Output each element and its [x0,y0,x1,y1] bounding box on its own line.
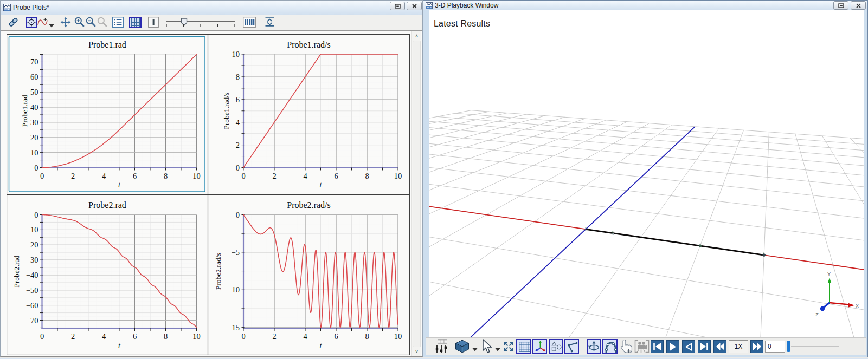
x-tick-label: 2 [71,332,75,341]
x-tick-label: 0 [40,172,44,180]
window-title: Probe Plots* [13,4,49,11]
skip-to-end-button[interactable] [698,340,711,353]
vertical-scrollbar[interactable]: ∧ ∨ [411,31,421,356]
view-cube-dropdown[interactable] [472,344,478,354]
grid-line [429,197,864,337]
grid-line [429,125,864,174]
add-curve-button[interactable] [37,17,49,30]
probe-plots-titlebar[interactable]: Probe Plots* [1,1,422,15]
x-tick-label: 10 [192,332,201,341]
y-tick-label: −10 [26,225,38,234]
y-axis-label: Probe2.rad/s [214,253,222,290]
geometry-button[interactable] [549,339,563,354]
probe-cursor-button[interactable] [148,17,159,30]
playback-titlebar[interactable]: 3-D Playback Window [423,1,867,10]
y-tick-label: −10 [227,285,240,294]
x-tick-label: 0 [241,332,245,341]
orbit-button[interactable] [587,339,601,354]
x-axis-line [429,168,864,315]
time-input[interactable]: 0 [765,341,785,353]
link-probes-icon[interactable] [8,17,18,29]
scene-3d: YXZ [429,10,864,337]
x-tick-label: 4 [102,172,106,180]
y-tick-label: 10 [30,148,38,157]
plot-Probe1.rad/s: 02468100246810Probe1.rad/stProbe1.rad/s [222,40,402,190]
fit-view-icon[interactable] [503,341,515,355]
trace-button[interactable] [602,339,618,354]
plot-title: Probe2.rad/s [287,200,330,210]
restore-button[interactable] [390,2,405,10]
speed-display: 1X [729,340,748,353]
x-axis-label: t [118,180,121,189]
x-tick-label: 8 [365,332,369,341]
pan-icon[interactable] [60,17,71,30]
fit-vertical-icon[interactable] [265,17,274,29]
time-slider[interactable] [163,17,239,31]
play-button[interactable] [666,340,679,353]
scroll-up-button[interactable]: ∧ [412,31,422,41]
display-settings-icon[interactable] [435,339,447,356]
probe-plots-window: Probe Plots* 0246810010203040506070Probe… [0,0,423,357]
fast-forward-button[interactable] [750,340,763,353]
x-tick-label: 0 [241,172,245,180]
strip-chart-button[interactable] [243,17,256,30]
axis-triad: YXZ [815,271,859,317]
skeleton-icon [567,342,578,353]
point-probe-button[interactable] [26,17,37,28]
scrollbar-thumb[interactable] [413,41,421,347]
grid-line [429,168,864,315]
axes-3d-button[interactable] [532,339,547,354]
x-tick-label: 2 [272,332,276,341]
maplesim-icon [426,2,433,9]
zoom-default-icon-disabled [97,16,108,30]
y-tick-label: 0 [236,211,240,219]
y-tick-label: 60 [30,73,38,81]
select-cursor-dropdown[interactable] [495,344,500,354]
select-cursor-icon[interactable] [480,339,492,356]
x-tick-label: 6 [334,332,338,341]
skip-to-start-button[interactable] [651,340,664,353]
grid-line [429,181,864,337]
x-tick-label: 10 [394,172,402,180]
y-tick-label: −40 [26,271,38,279]
geometry-icon [551,341,562,353]
plot-canvas-area: 0246810010203040506070Probe1.radtProbe1.… [1,31,422,356]
scrubber-handle[interactable] [787,341,790,352]
crosshair-icon [27,18,36,27]
x-tick-label: 0 [40,332,44,341]
y-tick-label: 0 [34,211,38,219]
legend-button[interactable] [112,17,124,30]
window-title: 3-D Playback Window [435,2,498,9]
playback-3d-viewport[interactable]: YXZ Latest Results [429,10,864,337]
scrubber-track[interactable] [791,346,839,347]
probe-plots-chart[interactable]: 0246810010203040506070Probe1.radtProbe1.… [7,34,410,355]
grid-line [429,122,627,337]
grid-line [429,113,507,277]
zoom-out-icon[interactable] [85,16,97,30]
close-button[interactable] [407,2,422,10]
insert-probe-icon[interactable] [620,339,633,356]
y-tick-label: 10 [232,50,240,58]
rewind-button[interactable] [713,340,726,353]
grid-3d-button[interactable] [516,339,531,354]
grid-line [429,148,864,241]
y-tick-label: 4 [236,118,240,127]
view-cube-icon[interactable] [455,340,470,355]
x-tick-label: 10 [192,172,201,180]
add-curve-dropdown[interactable] [49,21,54,30]
restore-button[interactable] [833,1,848,10]
plot-Probe2.rad/s: 02468100−5−10−15Probe2.rad/stProbe2.rad/… [214,200,402,350]
x-tick-label: 8 [164,172,168,180]
zoom-in-icon[interactable] [74,16,85,30]
x-tick-label: 10 [394,332,402,341]
scroll-down-button[interactable]: ∨ [412,347,422,356]
joint-marker [699,244,702,247]
grid-line [429,123,649,337]
step-back-button[interactable] [682,340,695,353]
skeleton-button[interactable] [564,339,579,354]
grid-toggle-button[interactable] [129,17,142,28]
y-tick-label: 40 [30,103,38,112]
plot-Probe2.rad: 02468100−10−20−30−40−50−60−70Probe2.radt… [12,200,201,350]
y-tick-label: −60 [26,301,38,310]
close-button[interactable] [851,1,866,10]
